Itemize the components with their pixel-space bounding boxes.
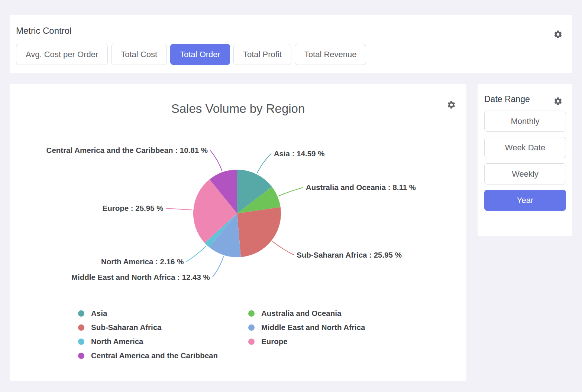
- pie-slice-sub-saharan-africa[interactable]: [237, 207, 281, 257]
- label-leader-line: [257, 154, 271, 173]
- legend-dot-asia: [78, 310, 84, 317]
- metric-button-total-order[interactable]: Total Order: [170, 44, 230, 65]
- date-range-settings-gear-icon[interactable]: [553, 97, 563, 106]
- date-button-monthly[interactable]: Monthly: [484, 111, 566, 132]
- legend-label: Australia and Oceania: [261, 309, 341, 318]
- legend-item-central-america-and-the-caribbean[interactable]: Central America and the Caribbean: [78, 351, 248, 360]
- metric-button-group: Avg. Cost per OrderTotal CostTotal Order…: [16, 44, 563, 65]
- label-leader-line: [186, 246, 206, 262]
- chart-legend: AsiaAustralia and OceaniaSub-Saharan Afr…: [78, 309, 466, 360]
- legend-dot-sub-saharan-africa: [78, 324, 84, 331]
- chart-panel: Sales Volume by Region Asia : 14.59 %Aus…: [10, 84, 466, 381]
- date-button-week-date[interactable]: Week Date: [484, 137, 566, 158]
- legend-item-north-america[interactable]: North America: [78, 337, 248, 346]
- legend-dot-middle-east-and-north-africa: [248, 324, 255, 331]
- legend-label: Asia: [91, 309, 107, 318]
- dashboard-page: Metric Control Avg. Cost per OrderTotal …: [0, 0, 582, 392]
- legend-label: North America: [91, 337, 143, 346]
- date-button-year[interactable]: Year: [484, 190, 566, 211]
- metric-button-total-profit[interactable]: Total Profit: [233, 44, 291, 65]
- pie-label-asia: Asia : 14.59 %: [274, 149, 325, 158]
- label-leader-line: [272, 241, 294, 255]
- legend-dot-central-america-and-the-caribbean: [78, 353, 84, 359]
- metric-button-total-revenue[interactable]: Total Revenue: [295, 44, 366, 65]
- metric-control-title: Metric Control: [16, 26, 563, 36]
- legend-label: Central America and the Caribbean: [91, 351, 218, 360]
- metric-settings-gear-icon[interactable]: [553, 30, 563, 39]
- pie-label-north-america: North America : 2.16 %: [101, 257, 184, 266]
- legend-item-australia-and-oceania[interactable]: Australia and Oceania: [248, 309, 466, 318]
- legend-item-middle-east-and-north-africa[interactable]: Middle East and North Africa: [248, 323, 466, 332]
- metric-control-panel: Metric Control Avg. Cost per OrderTotal …: [10, 15, 572, 73]
- date-range-panel: Date Range MonthlyWeek DateWeeklyYear: [478, 84, 572, 236]
- legend-dot-north-america: [78, 339, 84, 345]
- legend-label: Europe: [261, 337, 288, 346]
- pie-label-europe: Europe : 25.95 %: [102, 204, 163, 212]
- label-leader-line: [278, 187, 303, 196]
- chart-settings-gear-icon[interactable]: [447, 100, 456, 110]
- metric-button-total-cost[interactable]: Total Cost: [111, 44, 167, 65]
- legend-item-asia[interactable]: Asia: [78, 309, 248, 318]
- legend-label: Middle East and North Africa: [261, 323, 365, 332]
- label-leader-line: [213, 256, 224, 277]
- legend-label: Sub-Saharan Africa: [91, 323, 162, 332]
- pie-label-middle-east-and-north-africa: Middle East and North Africa : 12.43 %: [71, 273, 210, 281]
- legend-item-sub-saharan-africa[interactable]: Sub-Saharan Africa: [78, 323, 248, 332]
- label-leader-line: [210, 150, 222, 171]
- legend-dot-europe: [248, 339, 255, 345]
- chart-title: Sales Volume by Region: [10, 84, 466, 117]
- pie-chart[interactable]: Asia : 14.59 %Australia and Oceania : 8.…: [10, 128, 466, 303]
- metric-button-avg-cost-per-order[interactable]: Avg. Cost per Order: [16, 44, 108, 65]
- pie-label-sub-saharan-africa: Sub-Saharan Africa : 25.95 %: [297, 251, 402, 259]
- label-leader-line: [166, 208, 193, 210]
- date-range-button-group: MonthlyWeek DateWeeklyYear: [484, 111, 566, 211]
- pie-label-australia-and-oceania: Australia and Oceania : 8.11 %: [306, 183, 416, 192]
- content-row: Sales Volume by Region Asia : 14.59 %Aus…: [10, 84, 572, 381]
- legend-item-europe[interactable]: Europe: [248, 337, 466, 346]
- legend-dot-australia-and-oceania: [248, 310, 255, 317]
- date-button-weekly[interactable]: Weekly: [484, 163, 566, 184]
- pie-label-central-america-and-the-caribbean: Central America and the Caribbean : 10.8…: [46, 146, 208, 154]
